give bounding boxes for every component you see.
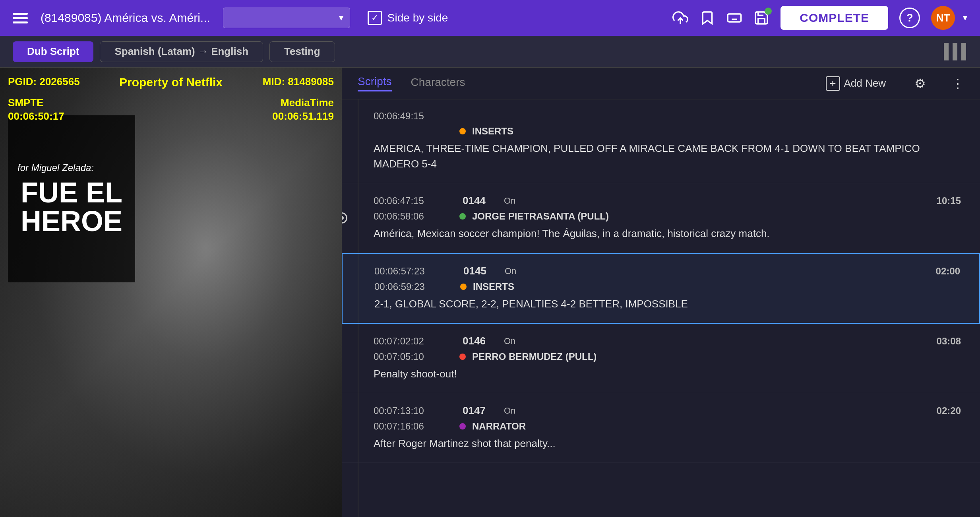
speaker-name-146: PERRO BERMUDEZ (PULL) — [472, 351, 597, 362]
script-text-145: 2-1, GLOBAL SCORE, 2-2, PENALTIES 4-2 BE… — [374, 296, 960, 312]
seq-146: 0146 — [463, 335, 494, 347]
toolbar-icons: COMPLETE ? NT ▾ — [672, 6, 967, 30]
plus-icon: + — [826, 76, 840, 91]
svg-rect-1 — [728, 14, 741, 22]
script-panel: Scripts Characters + Add New ⚙ ⋮ 00:06:4… — [342, 68, 980, 517]
video-card-overlay: for Miguel Zelada: FUE EL HEROE — [8, 115, 135, 282]
video-card-main-text: FUE EL HEROE — [17, 178, 126, 235]
timecode-in-145: 00:06:57:23 — [374, 266, 454, 277]
more-options-icon[interactable]: ⋮ — [951, 76, 964, 91]
dub-script-tab[interactable]: Dub Script — [13, 41, 93, 62]
upload-icon[interactable] — [672, 10, 688, 26]
project-title: (81489085) América vs. Améri... — [41, 11, 210, 25]
timecode-in-144: 00:06:47:15 — [374, 195, 453, 206]
duration-145: 02:00 — [936, 266, 960, 277]
side-by-side-control: Side by side — [368, 11, 448, 25]
script-text: AMERICA, THREE-TIME CHAMPION, PULLED OFF… — [374, 141, 961, 172]
speaker-name: INSERTS — [472, 126, 513, 137]
avatar[interactable]: NT — [931, 6, 955, 30]
tab-characters[interactable]: Characters — [411, 76, 465, 91]
hamburger-menu[interactable] — [13, 13, 28, 23]
script-panel-header: Scripts Characters + Add New ⚙ ⋮ — [342, 68, 980, 99]
bookmark-icon[interactable] — [699, 10, 715, 26]
speaker-dot-144 — [459, 213, 466, 220]
grid-view-icon[interactable] — [943, 43, 967, 60]
duration-146: 03:08 — [937, 336, 961, 347]
script-text-146: Penalty shoot-out! — [374, 366, 961, 382]
speaker-dot-145 — [460, 284, 467, 290]
script-row-144[interactable]: 00:06:47:15 0144 On 10:15 00:06:58:06 JO… — [342, 183, 980, 253]
timecode-in-147: 00:07:13:10 — [374, 405, 453, 416]
timecode-out-147: 00:07:16:06 — [374, 421, 453, 432]
timecode-out-146: 00:07:05:10 — [374, 351, 453, 362]
speaker-dot — [459, 128, 466, 134]
help-button[interactable]: ? — [899, 8, 920, 28]
settings-icon[interactable]: ⚙ — [914, 76, 926, 91]
timecode-out-144: 00:06:58:06 — [374, 211, 453, 222]
speaker-name-145: INSERTS — [473, 281, 514, 292]
timecode-out-145: 00:06:59:23 — [374, 281, 454, 292]
duration-144: 10:15 — [937, 195, 961, 206]
checkbox-icon[interactable] — [368, 11, 382, 25]
speaker-name-144: JORGE PIETRASANTA (PULL) — [472, 211, 609, 222]
speaker-dot-146 — [459, 354, 466, 360]
seq-145: 0145 — [463, 265, 495, 277]
top-bar: (81489085) América vs. Améri... ▾ Side b… — [0, 0, 980, 36]
timecode-in: 00:06:49:15 — [374, 111, 453, 122]
script-text-144: América, Mexican soccer champion! The Ág… — [374, 226, 961, 241]
timecode-in-146: 00:07:02:02 — [374, 336, 453, 347]
status-on-144: On — [504, 196, 515, 206]
playhead-dot — [342, 212, 347, 224]
second-bar: Dub Script Spanish (Latam) → English Tes… — [0, 36, 980, 68]
status-on-145: On — [505, 266, 516, 276]
video-card-subtitle: for Miguel Zelada: — [17, 162, 126, 173]
language-tab[interactable]: Spanish (Latam) → English — [100, 41, 263, 62]
tab-scripts[interactable]: Scripts — [358, 75, 392, 91]
avatar-caret-icon[interactable]: ▾ — [963, 13, 967, 23]
chevron-down-icon: ▾ — [339, 13, 343, 23]
video-background: for Miguel Zelada: FUE EL HEROE PGID: 20… — [0, 68, 342, 517]
speaker-dot-147 — [459, 423, 466, 430]
script-row-inserts-header[interactable]: 00:06:49:15 INSERTS AMERICA, THREE-TIME … — [342, 99, 980, 183]
script-row-147[interactable]: 00:07:13:10 0147 On 02:20 00:07:16:06 NA… — [342, 393, 980, 463]
complete-button[interactable]: COMPLETE — [781, 6, 888, 30]
script-text-147: After Roger Martinez shot that penalty..… — [374, 436, 961, 451]
main-layout: for Miguel Zelada: FUE EL HEROE PGID: 20… — [0, 68, 980, 517]
script-content: 00:06:49:15 INSERTS AMERICA, THREE-TIME … — [342, 99, 980, 517]
script-row-145[interactable]: 00:06:57:23 0145 On 02:00 00:06:59:23 IN… — [342, 253, 980, 324]
speaker-name-147: NARRATOR — [472, 421, 526, 432]
save-badge — [765, 8, 772, 15]
save-icon[interactable] — [753, 10, 769, 26]
testing-tab[interactable]: Testing — [269, 41, 335, 62]
track-dropdown[interactable]: ▾ — [223, 8, 350, 28]
duration-147: 02:20 — [937, 405, 961, 416]
add-new-button[interactable]: + Add New — [826, 76, 886, 91]
seq-144: 0144 — [463, 194, 494, 207]
status-on-146: On — [504, 336, 515, 346]
keyboard-icon[interactable] — [726, 10, 742, 26]
side-by-side-label: Side by side — [387, 12, 448, 24]
seq-147: 0147 — [463, 404, 494, 417]
script-row-146[interactable]: 00:07:02:02 0146 On 03:08 00:07:05:10 PE… — [342, 324, 980, 393]
status-on-147: On — [504, 406, 515, 416]
video-panel: for Miguel Zelada: FUE EL HEROE PGID: 20… — [0, 68, 342, 517]
